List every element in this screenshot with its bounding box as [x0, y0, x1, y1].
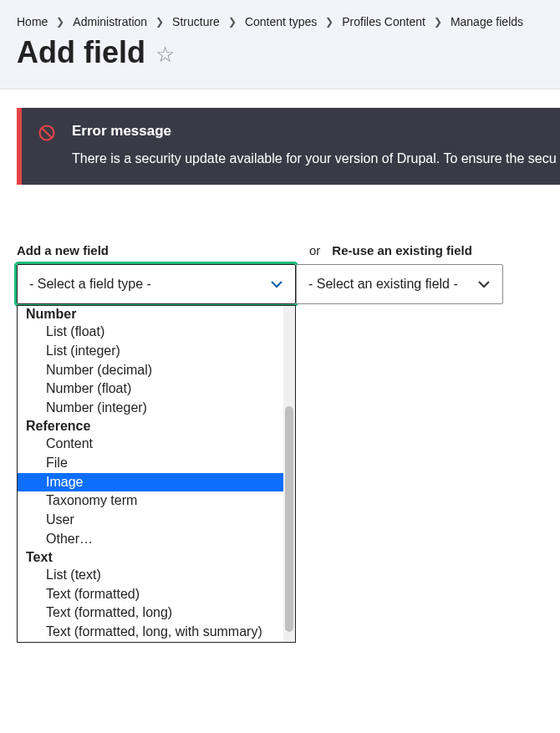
error-message-box: Error message There is a security update…: [17, 108, 560, 185]
select-existing-field-value: - Select an existing field -: [308, 277, 458, 292]
option-list-text[interactable]: List (text): [18, 566, 283, 585]
error-icon-col: [22, 123, 72, 166]
breadcrumb-item-home[interactable]: Home: [17, 15, 48, 28]
option-other[interactable]: Other…: [18, 530, 283, 549]
dropdown-list: Number List (float) List (integer) Numbe…: [18, 306, 283, 642]
field-label-existing: Re-use an existing field: [332, 243, 472, 257]
header-region: Home ❯ Administration ❯ Structure ❯ Cont…: [0, 0, 560, 89]
breadcrumb-item-administration[interactable]: Administration: [73, 15, 147, 28]
error-text: Error message There is a security update…: [72, 123, 560, 166]
breadcrumb: Home ❯ Administration ❯ Structure ❯ Cont…: [17, 15, 543, 28]
chevron-right-icon: ❯: [434, 16, 442, 28]
chevron-right-icon: ❯: [155, 16, 164, 28]
option-list-float[interactable]: List (float): [18, 323, 283, 342]
field-label-new: Add a new field: [17, 243, 296, 257]
field-group-existing: or Re-use an existing field - Select an …: [296, 243, 503, 304]
option-number-float[interactable]: Number (float): [18, 379, 283, 399]
page-title: Add field: [17, 35, 145, 70]
scrollbar-thumb[interactable]: [285, 406, 293, 632]
svg-line-1: [42, 128, 52, 138]
select-existing-field[interactable]: - Select an existing field -: [296, 264, 503, 304]
page-title-row: Add field ☆: [17, 35, 543, 70]
chevron-right-icon: ❯: [228, 16, 237, 28]
select-field-type[interactable]: - Select a field type -: [17, 264, 296, 304]
option-content[interactable]: Content: [18, 435, 283, 454]
breadcrumb-item-content-types[interactable]: Content types: [245, 15, 317, 28]
chevron-right-icon: ❯: [325, 16, 333, 28]
optgroup-text: Text: [18, 549, 283, 566]
error-title: Error message: [72, 123, 560, 140]
option-number-decimal[interactable]: Number (decimal): [18, 361, 283, 380]
fields-row: Add a new field - Select a field type - …: [17, 243, 560, 304]
select-field-type-value: - Select a field type -: [29, 277, 151, 292]
option-list-integer[interactable]: List (integer): [18, 342, 283, 361]
option-image[interactable]: Image: [18, 473, 283, 492]
option-text-plain[interactable]: Text (plain): [18, 642, 283, 643]
option-file[interactable]: File: [18, 454, 283, 473]
option-text-formatted-long[interactable]: Text (formatted, long): [18, 603, 283, 623]
option-number-integer[interactable]: Number (integer): [18, 399, 283, 418]
optgroup-number: Number: [18, 306, 283, 323]
star-icon[interactable]: ☆: [155, 42, 175, 68]
no-entry-icon: [38, 125, 55, 166]
field-group-new: Add a new field - Select a field type - …: [17, 243, 296, 304]
chevron-down-icon: [477, 277, 491, 291]
or-label: or: [309, 243, 320, 257]
option-text-formatted-long-summary[interactable]: Text (formatted, long, with summary): [18, 623, 283, 642]
breadcrumb-item-structure[interactable]: Structure: [172, 15, 220, 28]
option-taxonomy-term[interactable]: Taxonomy term: [18, 491, 283, 511]
content-region: Error message There is a security update…: [0, 89, 560, 304]
optgroup-reference: Reference: [18, 418, 283, 435]
chevron-down-icon: [270, 277, 283, 291]
field-type-dropdown: Number List (float) List (integer) Numbe…: [17, 305, 296, 643]
option-user[interactable]: User: [18, 511, 283, 530]
breadcrumb-item-profiles-content[interactable]: Profiles Content: [342, 15, 425, 28]
chevron-right-icon: ❯: [56, 16, 64, 28]
error-body: There is a security update available for…: [72, 151, 560, 166]
option-text-formatted[interactable]: Text (formatted): [18, 585, 283, 604]
breadcrumb-item-manage-fields[interactable]: Manage fields: [451, 15, 523, 28]
dropdown-scrollbar[interactable]: [283, 306, 295, 642]
